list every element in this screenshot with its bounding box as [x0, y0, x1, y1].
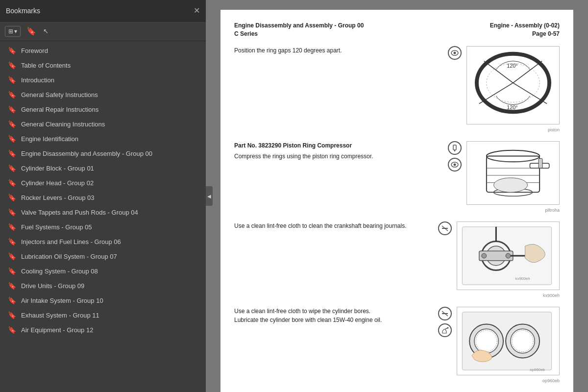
svg-point-46 — [511, 329, 535, 353]
cylinder-image: op960eb op960eb — [457, 307, 560, 383]
collapse-sidebar-button[interactable]: ◀ — [206, 186, 213, 206]
ring-gap-icons — [448, 46, 462, 60]
bookmark-item-engine-id[interactable]: 🔖 Engine Identification — [0, 131, 206, 146]
svg-text:kx900eh: kx900eh — [515, 276, 530, 281]
bookmark-icon: 🔖 — [8, 105, 16, 113]
compressor-title: Part No. 3823290 Piston Ring Compressor — [234, 141, 442, 150]
svg-point-35 — [506, 253, 511, 258]
bookmark-label: Table of Contents — [21, 62, 71, 69]
bookmark-label: Lubrication Oil System - Group 07 — [21, 253, 117, 260]
bookmark-item-group11[interactable]: 🔖 Exhaust System - Group 11 — [0, 308, 206, 322]
add-bookmark-button[interactable]: 🔖 — [24, 25, 38, 37]
svg-point-24 — [494, 177, 528, 192]
crankshaft-instruction: Use a clean lint-free cloth to clean the… — [234, 222, 407, 229]
bookmark-item-safety[interactable]: 🔖 General Safety Instructions — [0, 87, 206, 102]
crankshaft-diagram-area: kx900eh kx900eh — [438, 221, 560, 298]
bookmark-icon: 🔖 — [8, 326, 16, 334]
bookmark-label: General Safety Instructions — [21, 91, 98, 98]
compressor-instruction: Compress the rings using the piston ring… — [234, 153, 373, 160]
svg-point-14 — [454, 163, 456, 166]
ring-gap-instruction: Position the ring gaps 120 degrees apart… — [234, 47, 342, 54]
bookmark-item-group05[interactable]: 🔖 Fuel Systems - Group 05 — [0, 220, 206, 234]
bookmark-label: General Cleaning Instructions — [21, 121, 105, 128]
bookmark-icon: 🔖 — [8, 194, 16, 201]
bookmark-item-toc[interactable]: 🔖 Table of Contents — [0, 58, 206, 73]
bookmark-item-group04[interactable]: 🔖 Valve Tappets and Push Rods - Group 04 — [0, 205, 206, 220]
header-group-title: Engine Disassembly and Assembly - Group … — [234, 22, 364, 29]
document-page: Engine Disassembly and Assembly - Group … — [220, 10, 573, 392]
section-ring-gap: Position the ring gaps 120 degrees apart… — [234, 46, 560, 132]
crankshaft-icons — [438, 221, 452, 235]
bookmark-icon: 🔖 — [8, 149, 16, 157]
oil-can-icon — [438, 323, 452, 337]
bookmark-label: Exhaust System - Group 11 — [21, 312, 99, 319]
section-cylinder-bore: Use a clean lint-free cloth to wipe the … — [234, 307, 560, 383]
bookmark-label: Fuel Systems - Group 05 — [21, 223, 92, 231]
bookmark-item-cleaning[interactable]: 🔖 General Cleaning Instructions — [0, 117, 206, 131]
compressor-diagram-area: piltroha — [448, 141, 560, 213]
bookmark-icon: 🔖 — [8, 135, 16, 143]
section-piston-ring-compressor: Part No. 3823290 Piston Ring Compressor … — [234, 141, 560, 213]
bookmark-label: Cylinder Block - Group 01 — [21, 165, 94, 172]
bookmark-item-foreword[interactable]: 🔖 Foreword — [0, 43, 206, 58]
list-icon: ⊞ — [8, 28, 13, 35]
main-content-area: Engine Disassembly and Assembly - Group … — [206, 0, 588, 392]
bookmark-icon: 🔖 — [8, 164, 16, 172]
sidebar-toolbar: ⊞ ▾ 🔖 ↖ — [0, 22, 206, 41]
bookmark-label: General Repair Instructions — [21, 106, 98, 113]
bookmark-item-group07[interactable]: 🔖 Lubrication Oil System - Group 07 — [0, 249, 206, 264]
crankshaft-image: kx900eh kx900eh — [457, 221, 560, 298]
bookmark-item-group01[interactable]: 🔖 Cylinder Block - Group 01 — [0, 161, 206, 175]
svg-point-34 — [482, 253, 487, 258]
cursor-indicator: ↖ — [43, 27, 49, 35]
bookmark-icon: 🔖 — [8, 223, 16, 231]
bookmark-item-group06[interactable]: 🔖 Injectors and Fuel Lines - Group 06 — [0, 234, 206, 249]
section-cylinder-text: Use a clean lint-free cloth to wipe the … — [234, 307, 432, 324]
bookmark-icon: 🔖 — [8, 311, 16, 319]
header-assembly-title: Engine - Assembly (0-02) — [490, 22, 560, 29]
compressor-image: piltroha — [466, 141, 560, 213]
bookmark-label: Foreword — [21, 47, 48, 54]
section-compressor-text: Part No. 3823290 Piston Ring Compressor … — [234, 141, 442, 161]
bookmark-icon: 🔖 — [8, 267, 16, 275]
bookmark-icon: 🔖 — [8, 91, 16, 98]
bookmark-icon: 🔖 — [8, 252, 16, 260]
bookmark-label: Valve Tappets and Push Rods - Group 04 — [21, 209, 138, 216]
dropdown-arrow-icon: ▾ — [14, 28, 17, 35]
bookmark-item-group00[interactable]: 🔖 Engine Disassembly and Assembly - Grou… — [0, 146, 206, 161]
bookmark-label: Cylinder Head - Group 02 — [21, 179, 94, 187]
sidebar-header: Bookmarks ✕ — [0, 0, 206, 22]
svg-text:120°: 120° — [507, 104, 517, 110]
ring-gap-image: 120° 120° piston — [466, 46, 560, 132]
svg-rect-15 — [467, 142, 559, 204]
cylinder-icons — [438, 307, 452, 337]
bookmark-icon: 🔖 — [8, 120, 16, 128]
list-view-button[interactable]: ⊞ ▾ — [5, 26, 21, 37]
close-button[interactable]: ✕ — [194, 7, 200, 15]
bookmark-item-group09[interactable]: 🔖 Drive Units - Group 09 — [0, 278, 206, 293]
svg-text:120°: 120° — [507, 63, 517, 69]
svg-rect-11 — [453, 145, 456, 150]
bookmark-label: Rocker Levers - Group 03 — [21, 194, 95, 201]
bookmark-item-group10[interactable]: 🔖 Air Intake System - Group 10 — [0, 293, 206, 308]
bookmark-item-group12[interactable]: 🔖 Air Equipment - Group 12 — [0, 322, 206, 337]
bookmarks-sidebar: Bookmarks ✕ ⊞ ▾ 🔖 ↖ 🔖 Foreword 🔖 Table o… — [0, 0, 206, 392]
bookmark-label: Drive Units - Group 09 — [21, 282, 84, 290]
bookmark-item-group02[interactable]: 🔖 Cylinder Head - Group 02 — [0, 175, 206, 190]
bookmark-icon: 🔖 — [8, 47, 16, 54]
bookmark-item-repair[interactable]: 🔖 General Repair Instructions — [0, 102, 206, 117]
section-crankshaft-text: Use a clean lint-free cloth to clean the… — [234, 221, 432, 230]
bookmark-item-group03[interactable]: 🔖 Rocker Levers - Group 03 — [0, 190, 206, 205]
svg-text:op960eb: op960eb — [530, 368, 545, 372]
bookmark-item-group08[interactable]: 🔖 Cooling System - Group 08 — [0, 264, 206, 278]
bookmark-label: Introduction — [21, 76, 54, 84]
no-icon-2 — [438, 307, 452, 320]
cylinder-diagram-area: op960eb op960eb — [438, 307, 560, 383]
ring-gap-diagram-area: 120° 120° piston — [448, 46, 560, 132]
svg-rect-20 — [539, 158, 542, 168]
bookmark-label: Engine Identification — [21, 135, 78, 143]
bookmark-icon: 🔖 — [8, 76, 16, 84]
bookmark-item-introduction[interactable]: 🔖 Introduction — [0, 73, 206, 87]
section-crankshaft-clean: Use a clean lint-free cloth to clean the… — [234, 221, 560, 298]
bookmark-label: Air Intake System - Group 10 — [21, 297, 103, 304]
